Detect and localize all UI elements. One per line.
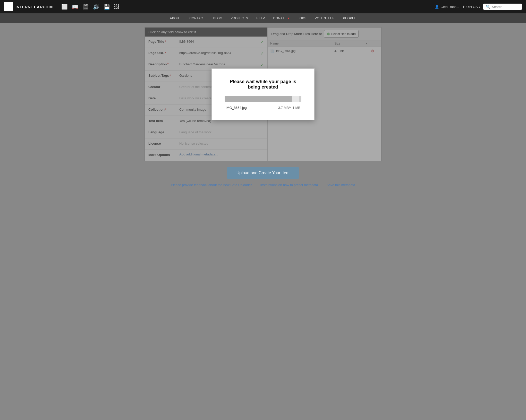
progress-info: IMG_8664.jpg 3.7 MB/4.1 MB: [225, 106, 301, 110]
user-name: Glen Robs...: [440, 5, 459, 9]
footer-links: Please provide feedback about the new Be…: [171, 183, 355, 187]
bottom-area: Upload and Create Your Item Please provi…: [145, 161, 381, 192]
header-nav-icons: ⬜ 📖 🎬 🔊 💾 🖼: [61, 4, 119, 10]
sep-2: —: [321, 183, 324, 187]
save-metadata-link[interactable]: Save this metadata: [327, 183, 355, 187]
nav-blog[interactable]: BLOG: [212, 16, 223, 20]
sep-1: —: [254, 183, 258, 187]
software-nav-icon[interactable]: 💾: [104, 4, 110, 10]
upload-icon: ⬆: [462, 5, 465, 9]
nav-help[interactable]: HELP: [255, 16, 266, 20]
nav-about[interactable]: ABOUT: [169, 16, 182, 20]
video-nav-icon[interactable]: 🎬: [82, 4, 89, 10]
feedback-link[interactable]: Please provide feedback about the new Be…: [171, 183, 252, 187]
svg-rect-1: [5, 4, 12, 5]
page-wrapper: INTERNET ARCHIVE ⬜ 📖 🎬 🔊 💾 🖼 👤 Glen Robs…: [0, 0, 526, 420]
logo-icon: [4, 2, 13, 11]
nav-contact[interactable]: CONTACT: [188, 16, 206, 20]
header-right: 👤 Glen Robs... ⬆ UPLOAD 🔍: [435, 4, 522, 10]
svg-rect-4: [10, 5, 11, 8]
donate-label: DONATE: [273, 16, 287, 20]
svg-rect-0: [5, 8, 12, 9]
upload-form-wrapper: Click on any field below to edit it Page…: [145, 27, 381, 161]
books-nav-icon[interactable]: 📖: [72, 4, 78, 10]
nav-jobs[interactable]: JOBS: [297, 16, 307, 20]
web-nav-icon[interactable]: ⬜: [61, 4, 68, 10]
progress-bar-container: [225, 96, 301, 102]
progress-filename: IMG_8664.jpg: [226, 106, 247, 110]
modal-title: Please wait while your page is being cre…: [225, 79, 301, 90]
modal: Please wait while your page is being cre…: [211, 68, 315, 120]
nav-people[interactable]: PEOPLE: [342, 16, 357, 20]
nav-donate[interactable]: DONATE ♥: [272, 16, 291, 20]
user-icon: 👤: [435, 5, 439, 9]
svg-rect-2: [6, 5, 7, 8]
upload-create-button[interactable]: Upload and Create Your Item: [227, 167, 299, 179]
search-icon: 🔍: [486, 5, 490, 9]
logo-text: INTERNET ARCHIVE: [15, 5, 55, 9]
search-input[interactable]: [492, 5, 519, 9]
instructions-link[interactable]: Instructions on how to preset metadata: [260, 183, 318, 187]
logo-area[interactable]: INTERNET ARCHIVE: [4, 2, 55, 11]
nav-bar: ABOUT CONTACT BLOG PROJECTS HELP DONATE …: [0, 13, 526, 23]
audio-nav-icon[interactable]: 🔊: [93, 4, 99, 10]
progress-bar-fill: [225, 96, 292, 102]
images-nav-icon[interactable]: 🖼: [114, 4, 119, 10]
nav-volunteer[interactable]: VOLUNTEER: [314, 16, 336, 20]
progress-bar-end: [292, 96, 299, 102]
user-area[interactable]: 👤 Glen Robs...: [435, 5, 459, 9]
modal-overlay: Please wait while your page is being cre…: [145, 27, 381, 161]
svg-rect-3: [8, 5, 9, 8]
content-wrapper: Click on any field below to edit it Page…: [139, 23, 387, 197]
nav-projects[interactable]: PROJECTS: [230, 16, 249, 20]
progress-size: 3.7 MB/4.1 MB: [278, 106, 300, 110]
heart-icon: ♥: [288, 16, 290, 20]
upload-label: UPLOAD: [466, 5, 480, 9]
header: INTERNET ARCHIVE ⬜ 📖 🎬 🔊 💾 🖼 👤 Glen Robs…: [0, 0, 526, 13]
search-box[interactable]: 🔍: [483, 4, 522, 10]
upload-button[interactable]: ⬆ UPLOAD: [462, 5, 480, 9]
